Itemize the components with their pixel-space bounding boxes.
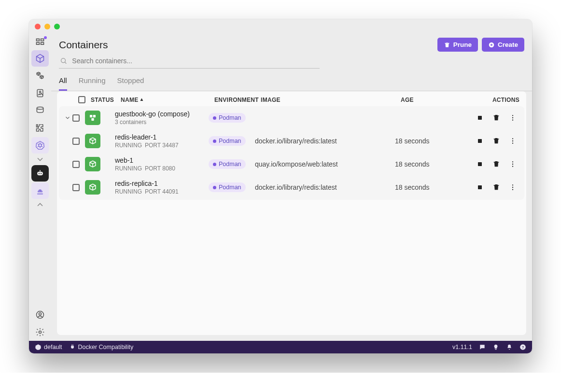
svg-point-6	[37, 107, 43, 110]
row-checkbox[interactable]	[72, 161, 80, 168]
table-row[interactable]: guestbook-go (compose) 3 containers Podm…	[59, 106, 524, 129]
table-row[interactable]: redis-replica-1 RUNNINGPORT 44091 Podman…	[59, 176, 524, 199]
image-layers-icon	[35, 88, 45, 98]
column-header-actions: ACTIONS	[459, 97, 519, 103]
svg-rect-22	[93, 115, 96, 117]
search-icon	[60, 57, 67, 65]
row-port[interactable]: PORT 34487	[145, 142, 179, 149]
tab-stopped[interactable]: Stopped	[117, 76, 144, 91]
status-running-icon	[85, 180, 100, 195]
sidebar-item-kubernetes[interactable]	[31, 137, 49, 154]
table-row[interactable]: redis-leader-1 RUNNINGPORT 34487 Podman …	[59, 129, 524, 153]
column-header-name[interactable]: NAME▲	[121, 97, 214, 103]
svg-point-10	[39, 173, 40, 174]
sidebar-item-settings[interactable]	[31, 324, 49, 340]
svg-point-26	[512, 117, 513, 118]
svg-rect-3	[41, 42, 44, 44]
column-header-age[interactable]: AGE	[401, 97, 459, 103]
sidebar-collapse-lower[interactable]	[31, 199, 49, 210]
svg-point-5	[39, 91, 41, 93]
sidebar-item-extensions[interactable]	[31, 120, 49, 136]
svg-point-38	[512, 187, 513, 188]
maximize-window-button[interactable]	[54, 24, 60, 29]
svg-rect-21	[90, 115, 92, 117]
sidebar-collapse-upper[interactable]	[31, 154, 49, 165]
search-field[interactable]	[59, 54, 320, 69]
tips-button[interactable]	[492, 344, 499, 350]
row-age: 18 seconds	[395, 160, 453, 168]
sidebar-item-account[interactable]	[31, 307, 49, 323]
robot-icon	[35, 168, 45, 178]
seal-icon	[35, 186, 45, 196]
row-checkbox[interactable]	[72, 138, 80, 145]
search-input[interactable]	[71, 56, 319, 65]
svg-rect-4	[37, 90, 43, 97]
delete-button[interactable]	[492, 114, 500, 122]
delete-button[interactable]	[492, 137, 500, 145]
svg-rect-32	[478, 162, 482, 166]
table-row[interactable]: web-1 RUNNINGPORT 8080 Podman quay.io/ko…	[59, 153, 524, 176]
delete-button[interactable]	[492, 183, 500, 191]
sidebar-item-containers[interactable]	[31, 50, 49, 67]
help-button[interactable]: ?	[519, 344, 526, 350]
row-age: 18 seconds	[395, 183, 453, 191]
svg-rect-1	[41, 39, 44, 41]
chevron-down-icon	[35, 154, 45, 164]
sidebar-item-images[interactable]	[31, 85, 49, 101]
cube-icon	[35, 54, 45, 63]
select-all-checkbox[interactable]	[78, 96, 85, 103]
version-label[interactable]: v1.11.1	[452, 344, 472, 350]
delete-button[interactable]	[492, 160, 500, 168]
row-port[interactable]: PORT 8080	[145, 165, 175, 172]
tab-running[interactable]: Running	[79, 76, 106, 91]
row-checkbox[interactable]	[72, 114, 80, 122]
row-checkbox[interactable]	[72, 184, 80, 191]
docker-compat[interactable]: Docker Compatibility	[69, 344, 134, 350]
svg-point-39	[512, 189, 513, 190]
minimize-window-button[interactable]	[44, 24, 50, 29]
status-bar: default Docker Compatibility v1.11.1 ?	[29, 341, 532, 353]
notifications-button[interactable]	[506, 344, 513, 350]
gear-icon	[35, 327, 45, 337]
expand-toggle[interactable]	[63, 114, 72, 121]
stop-button[interactable]	[476, 160, 484, 168]
svg-point-25	[512, 115, 513, 116]
more-menu-button[interactable]	[509, 160, 517, 168]
table-header: STATUS NAME▲ ENVIRONMENT IMAGE AGE ACTIO…	[57, 91, 526, 106]
row-image: quay.io/kompose/web:latest	[255, 160, 395, 168]
tab-all[interactable]: All	[59, 76, 67, 91]
sort-asc-icon: ▲	[140, 97, 144, 102]
svg-point-8	[39, 144, 42, 147]
row-port[interactable]: PORT 44091	[145, 188, 179, 195]
sidebar-item-volumes[interactable]	[31, 102, 49, 119]
kube-context[interactable]: default	[35, 344, 62, 350]
row-state: RUNNING	[115, 188, 142, 195]
close-window-button[interactable]	[35, 24, 41, 29]
svg-text:?: ?	[522, 345, 524, 350]
notification-dot-icon	[44, 36, 47, 39]
svg-point-29	[512, 138, 513, 139]
more-menu-button[interactable]	[509, 114, 517, 122]
svg-rect-28	[478, 139, 482, 143]
cube-icon	[88, 183, 97, 192]
sidebar-item-ai[interactable]	[31, 165, 49, 182]
sidebar-item-podman[interactable]	[31, 182, 49, 199]
feedback-button[interactable]	[479, 344, 486, 350]
column-header-image[interactable]: IMAGE	[261, 97, 401, 103]
sidebar-item-pods[interactable]	[31, 68, 49, 84]
more-menu-button[interactable]	[509, 137, 517, 145]
prune-button[interactable]: Prune	[437, 38, 478, 52]
column-header-status[interactable]: STATUS	[91, 97, 121, 103]
more-menu-button[interactable]	[509, 183, 517, 191]
status-running-icon	[85, 111, 100, 125]
page-title: Containers	[59, 39, 434, 51]
environment-badge: Podman	[209, 136, 246, 146]
create-button[interactable]: Create	[482, 38, 524, 52]
column-header-environment[interactable]: ENVIRONMENT	[214, 97, 261, 103]
row-name: redis-leader-1	[115, 133, 209, 141]
svg-line-20	[65, 62, 67, 64]
bell-icon	[506, 344, 513, 350]
stop-button[interactable]	[476, 183, 484, 191]
stop-button[interactable]	[476, 137, 484, 145]
stop-button[interactable]	[476, 114, 484, 122]
